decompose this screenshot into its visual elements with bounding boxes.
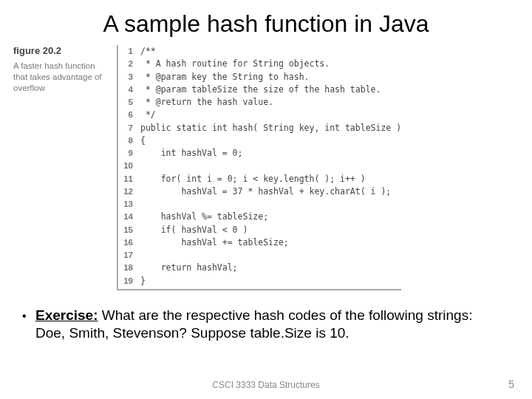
line-number: 3 <box>118 71 140 83</box>
line-number: 7 <box>118 122 140 134</box>
code-text: */ <box>140 109 156 121</box>
figure-block: figure 20.2 A faster hash function that … <box>13 45 532 290</box>
code-line: 13 <box>118 198 401 211</box>
code-line: 12 hashVal = 37 * hashVal + key.charAt( … <box>118 185 401 198</box>
figure-label: figure 20.2 <box>13 45 108 56</box>
slide-title: A sample hash function in Java <box>0 10 532 38</box>
code-text: * @param tableSize the size of the hash … <box>140 83 381 96</box>
line-number: 9 <box>118 147 140 160</box>
code-text: for( int i = 0; i < key.length( ); i++ ) <box>140 173 366 185</box>
exercise-label: Exercise: <box>35 307 98 323</box>
code-line: 3 * @param key the String to hash. <box>118 71 401 83</box>
line-number: 10 <box>118 160 140 172</box>
code-line: 9 int hashVal = 0; <box>118 147 401 160</box>
code-text: hashVal = 37 * hashVal + key.charAt( i )… <box>140 185 391 198</box>
code-line: 10 <box>118 160 401 172</box>
code-line: 1/** <box>118 45 401 58</box>
code-text: public static int hash( String key, int … <box>140 122 401 134</box>
figure-left-column: figure 20.2 A faster hash function that … <box>13 45 117 290</box>
footer-course: CSCI 3333 Data Structures <box>0 380 532 390</box>
code-line: 16 hashVal += tableSize; <box>118 236 401 249</box>
line-number: 15 <box>118 224 140 236</box>
code-text: * @return the hash value. <box>140 96 273 109</box>
line-number: 19 <box>118 275 140 287</box>
code-line: 2 * A hash routine for String objects. <box>118 58 401 70</box>
code-listing: 1/**2 * A hash routine for String object… <box>117 45 401 290</box>
code-text: return hashVal; <box>140 262 238 274</box>
code-text: * @param key the String to hash. <box>140 71 309 83</box>
code-text: * A hash routine for String objects. <box>140 58 330 70</box>
code-text: } <box>140 275 146 287</box>
line-number: 1 <box>118 45 140 58</box>
line-number: 8 <box>118 134 140 147</box>
line-number: 11 <box>118 173 140 185</box>
line-number: 2 <box>118 58 140 70</box>
code-line: 15 if( hashVal < 0 ) <box>118 224 401 236</box>
code-text: { <box>140 134 146 147</box>
code-line: 8{ <box>118 134 401 147</box>
line-number: 4 <box>118 83 140 96</box>
code-line: 18 return hashVal; <box>118 262 401 274</box>
code-line: 11 for( int i = 0; i < key.length( ); i+… <box>118 173 401 185</box>
line-number: 14 <box>118 211 140 223</box>
code-line: 4 * @param tableSize the size of the has… <box>118 83 401 96</box>
code-text: hashVal %= tableSize; <box>140 211 268 223</box>
code-line: 19} <box>118 275 401 287</box>
exercise-block: • Exercise: What are the respective hash… <box>35 307 502 342</box>
line-number: 6 <box>118 109 140 121</box>
exercise-text: Exercise: What are the respective hash c… <box>35 307 502 342</box>
line-number: 12 <box>118 185 140 198</box>
line-number: 18 <box>118 262 140 274</box>
code-text: int hashVal = 0; <box>140 147 242 160</box>
line-number: 5 <box>118 96 140 109</box>
code-text: /** <box>140 45 156 58</box>
code-line: 6 */ <box>118 109 401 121</box>
code-line: 5 * @return the hash value. <box>118 96 401 109</box>
code-line: 7public static int hash( String key, int… <box>118 122 401 134</box>
line-number: 13 <box>118 198 140 211</box>
exercise-body: What are the respective hash codes of th… <box>35 307 472 341</box>
line-number: 17 <box>118 249 140 262</box>
bullet-icon: • <box>22 310 27 323</box>
code-text: if( hashVal < 0 ) <box>140 224 248 236</box>
line-number: 16 <box>118 236 140 249</box>
figure-caption: A faster hash function that takes advant… <box>13 61 108 94</box>
code-text: hashVal += tableSize; <box>140 236 289 249</box>
page-number: 5 <box>508 378 514 390</box>
code-line: 14 hashVal %= tableSize; <box>118 211 401 223</box>
code-line: 17 <box>118 249 401 262</box>
